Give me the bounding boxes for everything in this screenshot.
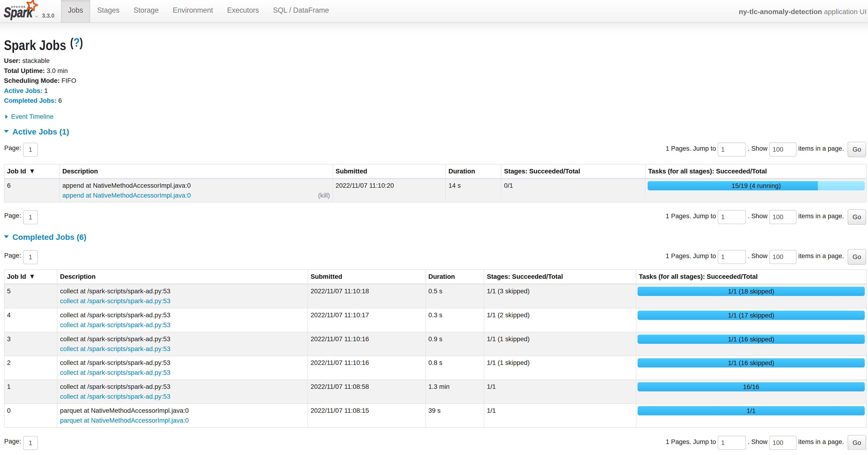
svg-text:APACHE: APACHE	[11, 5, 26, 8]
svg-text:TM: TM	[35, 16, 38, 18]
